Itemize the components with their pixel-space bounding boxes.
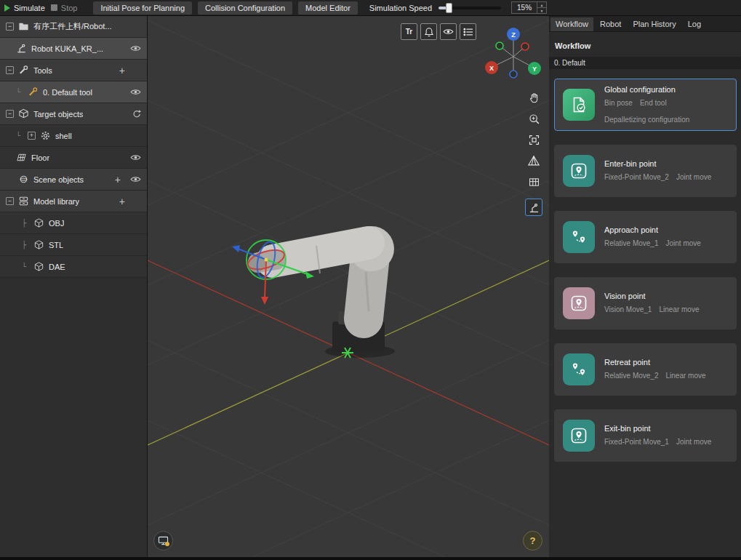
fit-view-icon (528, 134, 540, 146)
robot-icon (16, 43, 27, 54)
window-bottom-strip (0, 557, 741, 560)
tree-item-default-tool[interactable]: 0. Default tool (0, 81, 147, 103)
hand-icon (528, 92, 540, 104)
add-model-icon[interactable]: + (119, 196, 125, 207)
eye-icon[interactable] (130, 44, 141, 52)
step-retreat-point[interactable]: Retreat point Relative Move_2 Linear mov… (554, 343, 737, 396)
pan-button[interactable] (525, 89, 542, 106)
step-tag: Relative Move_2 (604, 372, 658, 381)
spin-up-icon[interactable]: ▲ (537, 2, 546, 8)
table-view-button[interactable] (525, 173, 542, 191)
refresh-icon[interactable] (132, 109, 141, 119)
robot-view-button[interactable] (525, 199, 542, 216)
tree-item-model-library[interactable]: Model library + (0, 191, 147, 212)
tree-item-obj[interactable]: OBJ (0, 212, 147, 234)
cube-icon (18, 108, 29, 119)
tree-item-robot[interactable]: Robot KUKA_KR_... (0, 38, 147, 60)
workflow-selector[interactable]: 0. Default (549, 57, 741, 69)
collapse-icon[interactable] (6, 66, 14, 74)
screenshot-button[interactable] (153, 531, 173, 551)
help-label: ? (530, 535, 536, 546)
tree-item-dae[interactable]: DAE (0, 256, 147, 278)
collapse-icon[interactable] (6, 23, 14, 31)
axis-x-label: X (489, 65, 494, 72)
model-editor-button[interactable]: Model Editor (298, 1, 358, 15)
spin-down-icon[interactable]: ▼ (537, 8, 546, 13)
add-scene-object-icon[interactable]: + (115, 175, 121, 185)
tree-item-label: Floor (31, 153, 49, 162)
tree-item-floor[interactable]: Floor (0, 147, 147, 169)
view-tools (525, 89, 542, 216)
tree-item-shell[interactable]: shell (0, 125, 147, 147)
tree-connector (16, 88, 23, 96)
tree-item-label: OBJ (49, 219, 64, 228)
step-title: Vision point (604, 292, 699, 300)
two-pins-icon (563, 221, 595, 253)
axis-neg-x (521, 43, 529, 50)
mesh-icon (33, 261, 44, 272)
tree-item-label: Scene objects (33, 175, 84, 184)
tree-connector (22, 263, 29, 271)
step-tag: Depalletizing configuration (604, 116, 689, 125)
3d-viewport[interactable]: Tr Z X Y (148, 16, 549, 557)
tree-item-label: Tools (33, 66, 52, 75)
perspective-button[interactable] (525, 152, 542, 169)
notification-dot (165, 542, 169, 546)
simulate-label: Simulate (14, 4, 45, 12)
list-view-button[interactable] (460, 23, 476, 40)
step-enter-bin-point[interactable]: Enter-bin point Fixed-Point Move_2 Joint… (554, 145, 737, 197)
tab-log[interactable]: Log (683, 17, 706, 31)
step-vision-point[interactable]: Vision point Vision Move_1 Linear move (554, 277, 737, 329)
visibility-button[interactable] (440, 23, 457, 40)
transform-tool-button[interactable]: Tr (401, 23, 417, 40)
tree-item-stl[interactable]: STL (0, 234, 147, 256)
step-title: Enter-bin point (604, 159, 711, 168)
collapse-icon[interactable] (6, 197, 14, 205)
robot-view-icon (528, 201, 540, 214)
play-icon (4, 4, 10, 12)
tree-item-project[interactable]: 有序工件上料/Robot... (0, 16, 147, 38)
step-global-configuration[interactable]: Global configuration Bin pose End tool D… (554, 79, 737, 131)
step-approach-point[interactable]: Approach point Relative Move_1 Joint mov… (554, 211, 737, 263)
speed-slider[interactable] (438, 7, 501, 9)
tools-icon (18, 65, 29, 76)
mesh-icon (33, 239, 44, 250)
wrench-icon (28, 87, 39, 97)
alert-button[interactable] (420, 23, 437, 40)
vision-icon (563, 287, 595, 319)
tree-item-label: shell (55, 132, 72, 140)
initial-pose-button[interactable]: Initial Pose for Planning (93, 1, 192, 15)
step-tag: Fixed-Point Move_2 (604, 173, 669, 183)
step-tag: End tool (640, 99, 667, 108)
tree-item-scene-objects[interactable]: Scene objects + (0, 169, 147, 191)
collision-configuration-button[interactable]: Collision Configuration (198, 1, 292, 15)
step-exit-bin-point[interactable]: Exit-bin point Fixed-Point Move_1 Joint … (554, 409, 737, 462)
tree-item-tools[interactable]: Tools + (0, 60, 147, 81)
transform-tool-label: Tr (406, 28, 412, 36)
tree-item-label: Model library (33, 197, 79, 206)
eye-icon[interactable] (130, 153, 141, 161)
eye-icon[interactable] (130, 88, 141, 96)
tab-robot[interactable]: Robot (595, 17, 626, 31)
stop-button[interactable]: Stop (51, 4, 78, 12)
speed-slider-handle[interactable] (446, 3, 452, 13)
tab-plan-history[interactable]: Plan History (628, 17, 681, 31)
fit-view-button[interactable] (525, 131, 542, 148)
eye-icon[interactable] (130, 175, 141, 183)
simulate-button[interactable]: Simulate (4, 4, 45, 12)
speed-spinbox[interactable]: 15% ▲ ▼ (511, 1, 547, 14)
orientation-gizmo[interactable]: Z X Y (482, 25, 545, 84)
tab-workflow[interactable]: Workflow (550, 17, 593, 31)
collapse-icon[interactable] (6, 110, 14, 118)
add-tool-icon[interactable]: + (119, 65, 125, 76)
zoom-button[interactable] (525, 110, 542, 127)
step-tag: Relative Move_1 (604, 239, 658, 249)
help-button[interactable]: ? (523, 531, 542, 551)
stop-icon (51, 4, 57, 11)
tree-item-target-objects[interactable]: Target objects (0, 103, 147, 125)
tree-item-label: Robot KUKA_KR_... (31, 44, 103, 53)
step-title: Exit-bin point (604, 424, 711, 433)
mesh-icon (33, 217, 44, 228)
folder-icon (18, 21, 29, 32)
expand-icon[interactable] (28, 132, 36, 140)
